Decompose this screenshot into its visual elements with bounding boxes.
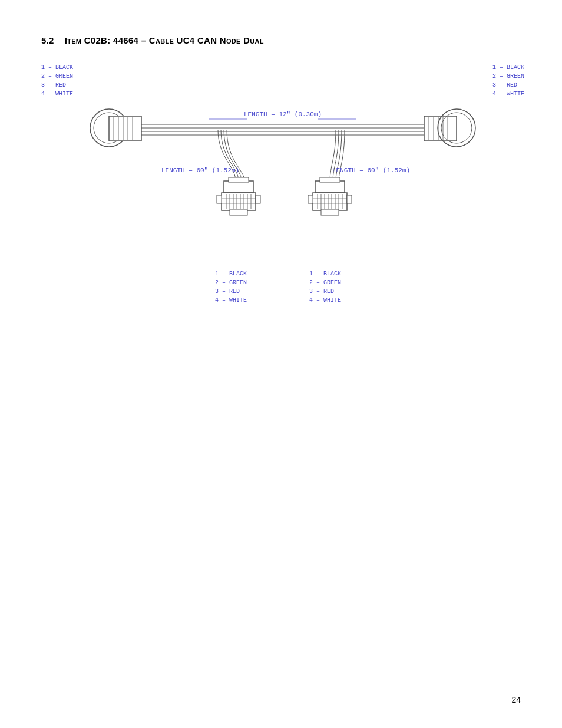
svg-rect-29	[224, 181, 253, 193]
diagram-container: 1 – BLACK 2 – GREEN 3 – RED 4 – WHITE 1 …	[41, 63, 524, 311]
svg-rect-46	[320, 177, 340, 182]
svg-rect-59	[308, 195, 313, 203]
svg-rect-31	[222, 193, 256, 210]
svg-rect-44	[256, 195, 260, 203]
svg-rect-47	[313, 193, 347, 210]
page: 5.2 Item C02B: 44664 – Cable UC4 CAN Nod…	[0, 0, 562, 728]
svg-rect-45	[315, 181, 345, 193]
svg-rect-42	[230, 209, 247, 215]
cable-diagram: LENGTH = 12" (0.30m) LENGTH = 60" (1.52m…	[41, 63, 524, 311]
svg-rect-60	[347, 195, 352, 203]
svg-rect-58	[321, 209, 339, 215]
page-number: 24	[511, 695, 521, 704]
svg-rect-30	[229, 177, 249, 182]
svg-text:LENGTH = 12" (0.30m): LENGTH = 12" (0.30m)	[244, 111, 322, 118]
svg-text:LENGTH = 60" (1.52m): LENGTH = 60" (1.52m)	[161, 167, 239, 174]
svg-text:LENGTH = 60" (1.52m): LENGTH = 60" (1.52m)	[332, 167, 410, 174]
svg-rect-43	[217, 195, 222, 203]
section-heading: Item C02B: 44664 – Cable UC4 CAN Node Du…	[65, 35, 264, 45]
section-title: 5.2 Item C02B: 44664 – Cable UC4 CAN Nod…	[41, 35, 521, 45]
section-number: 5.2	[41, 35, 54, 45]
